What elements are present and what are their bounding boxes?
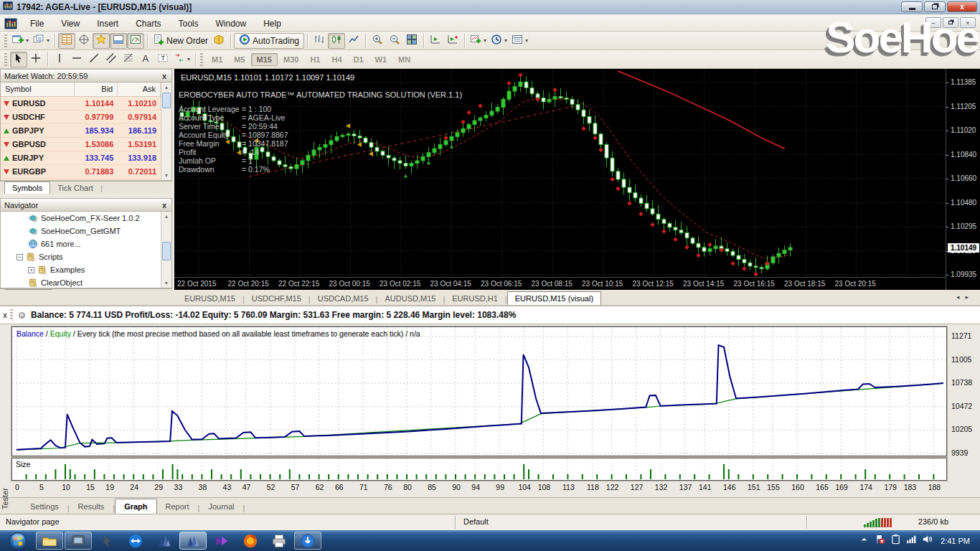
timeframe-mn[interactable]: MN (392, 53, 416, 66)
strategy-tester-toggle[interactable] (127, 33, 144, 49)
horizontal-line-tool[interactable] (68, 52, 85, 67)
scroll-up-icon[interactable]: ▲ (161, 83, 171, 92)
data-window-toggle[interactable] (75, 33, 93, 49)
navigator-item-soehoecom-fx-seer-1-0-2[interactable]: SoeHoeCom_FX-Seer 1.0.2 (1, 212, 161, 225)
zoom-in-button[interactable] (369, 33, 386, 49)
tester-graph[interactable]: Balance / Equity / Every tick (the most … (11, 326, 947, 456)
table-row[interactable]: GBPUSD1.530861.53191 (1, 138, 161, 151)
chart-tab-usdchf-m15[interactable]: USDCHF,M15 (245, 292, 308, 305)
firefox-icon[interactable] (237, 532, 264, 550)
navigator-toggle[interactable] (93, 33, 110, 49)
terminal-grip[interactable] (10, 309, 13, 321)
explorer-icon[interactable] (36, 532, 63, 550)
navigator-item-661-more-[interactable]: 661 more... (1, 237, 161, 250)
menu-help[interactable]: Help (255, 17, 290, 31)
market-watch-close-icon[interactable]: x (161, 72, 168, 80)
chart-line-button[interactable] (345, 33, 362, 49)
toolbar-grip[interactable] (4, 53, 7, 66)
child-restore-button[interactable] (943, 17, 958, 28)
status-profile[interactable]: Default (463, 517, 489, 526)
column-header-ask[interactable]: Ask (118, 83, 161, 96)
tester-tab-settings[interactable]: Settings (22, 499, 67, 514)
menu-tools[interactable]: Tools (170, 17, 207, 31)
remote-desktop-icon[interactable] (65, 532, 92, 550)
metatrader-icon[interactable] (151, 532, 178, 550)
navigator-item-examples[interactable]: +Examples (1, 263, 161, 276)
crosshair-tool[interactable] (27, 52, 44, 67)
pointer-app-icon[interactable] (93, 532, 121, 550)
new-chart-button[interactable]: ▾ (10, 33, 31, 49)
timeframe-h4[interactable]: H4 (326, 53, 347, 66)
navigator-item-soehoecom-getgmt[interactable]: SoeHoeCom_GetGMT (1, 225, 161, 237)
tester-size-graph[interactable]: Size (11, 458, 947, 481)
media-player-icon[interactable] (208, 532, 235, 550)
zoom-out-button[interactable] (386, 33, 403, 49)
volume-icon[interactable] (922, 534, 933, 547)
window-titlebar[interactable]: 17942: AGEA-Live - [EURUSD,M15 (visual)]… (0, 0, 980, 14)
timeframe-m15[interactable]: M15 (251, 53, 278, 66)
auto-scroll-button[interactable] (427, 33, 444, 49)
time-axis[interactable]: 22 Oct 201522 Oct 20:1522 Oct 22:1523 Oc… (174, 277, 946, 290)
price-scale[interactable]: 1.113851.112051.110201.108401.106601.104… (946, 69, 980, 290)
label-tool[interactable]: T (154, 52, 171, 67)
navigator-close-icon[interactable]: x (161, 201, 168, 209)
indicators-button[interactable]: ▾ (468, 33, 489, 49)
chart-tab-eurusd-m15[interactable]: EURUSD,M15 (177, 292, 242, 305)
market-watch-tab-tick-chart[interactable]: Tick Chart (50, 182, 100, 194)
text-tool[interactable]: A (137, 52, 154, 67)
tab-scroll-arrows[interactable]: ◂▸ (956, 293, 974, 301)
expand-icon[interactable]: + (28, 267, 34, 273)
toolbar-grip[interactable] (4, 34, 7, 47)
market-watch-tab-symbols[interactable]: Symbols (4, 182, 50, 194)
start-button[interactable] (9, 532, 27, 550)
timeframe-m5[interactable]: M5 (228, 53, 250, 66)
chart-tab-usdcad-m15[interactable]: USDCAD,M15 (311, 292, 376, 305)
updates-icon[interactable] (294, 532, 321, 550)
table-row[interactable]: GBPJPY185.934186.119 (1, 124, 161, 138)
chart-bars-button[interactable] (311, 33, 328, 49)
market-watch-columns[interactable]: SymbolBidAsk (1, 83, 161, 97)
timeframe-w1[interactable]: W1 (369, 53, 393, 66)
action-center-flag-icon[interactable] (875, 534, 885, 547)
scroll-down-icon[interactable]: ▼ (161, 278, 171, 288)
taskbar-clock[interactable]: 2:41 PM (938, 537, 977, 545)
market-watch-scrollbar[interactable]: ▲ ▼ (161, 83, 171, 180)
child-minimize-button[interactable]: – (925, 17, 941, 28)
arrows-tool[interactable]: ▾ (171, 52, 192, 67)
chart-candles-button[interactable] (328, 33, 345, 49)
printer-icon[interactable] (265, 532, 293, 550)
clipboard-tray-icon[interactable] (890, 534, 901, 547)
navigator-item-clearobject[interactable]: ClearObject (1, 276, 161, 288)
vertical-line-tool[interactable] (51, 52, 68, 67)
table-row[interactable]: EURGBP0.718830.72011 (1, 165, 161, 179)
menu-view[interactable]: View (52, 17, 88, 31)
menu-insert[interactable]: Insert (88, 17, 127, 31)
toolbar-grip[interactable] (200, 53, 203, 66)
navigator-item-scripts[interactable]: −Scripts (1, 250, 161, 263)
cursor-tool[interactable] (10, 52, 27, 67)
close-button[interactable]: x (947, 1, 977, 12)
column-header-bid[interactable]: Bid (75, 83, 118, 96)
templates-button[interactable]: ▾ (509, 33, 530, 49)
chart-window[interactable]: 1.113851.112051.110201.108401.106601.104… (174, 69, 980, 290)
trendline-tool[interactable] (85, 52, 103, 67)
chart-tab-eurusd-h1[interactable]: EURUSD,H1 (445, 292, 505, 305)
timeframe-m30[interactable]: M30 (278, 53, 304, 66)
autotrading-button[interactable]: AutoTrading (234, 33, 304, 49)
timeframe-d1[interactable]: D1 (348, 53, 369, 66)
restore-button[interactable] (924, 1, 946, 12)
child-close-button[interactable]: × (960, 17, 976, 28)
tile-windows-button[interactable] (403, 33, 420, 49)
terminal-toggle[interactable] (110, 33, 127, 49)
scroll-up-icon[interactable]: ▲ (161, 212, 171, 221)
market-watch-toggle[interactable] (58, 33, 75, 49)
teamviewer-icon[interactable] (122, 532, 149, 550)
channel-tool[interactable] (103, 52, 120, 67)
fibonacci-tool[interactable] (120, 52, 137, 67)
journal-button[interactable] (210, 33, 227, 49)
tester-tab-graph[interactable]: Graph (115, 499, 156, 514)
chart-tab-audusd-m15[interactable]: AUDUSD,M15 (377, 292, 443, 305)
metatrader-active-icon[interactable] (179, 532, 207, 550)
minimize-button[interactable] (901, 1, 923, 12)
navigator-scrollbar[interactable]: ▲ ▼ (161, 212, 171, 288)
